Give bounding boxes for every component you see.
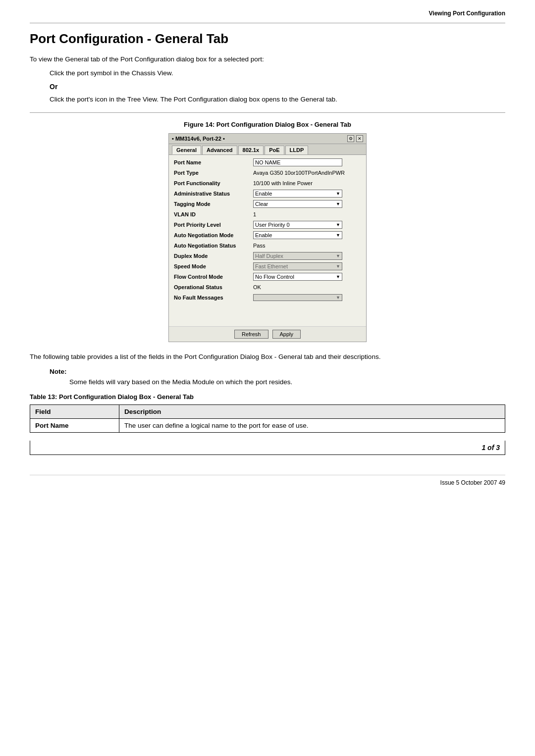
select-admin-status-value: Enable	[255, 191, 272, 197]
field-row-tagging-mode: Tagging Mode Clear ▼	[174, 200, 361, 208]
chevron-down-icon: ▼	[336, 191, 340, 196]
chevron-down-icon-4: ▼	[336, 233, 340, 238]
label-auto-neg-mode: Auto Negotiation Mode	[174, 232, 253, 238]
tab-advanced[interactable]: Advanced	[202, 146, 237, 154]
chevron-down-icon-2: ▼	[336, 202, 340, 206]
note-label: Note:	[50, 368, 505, 375]
tab-lldp[interactable]: LLDP	[285, 146, 309, 154]
section-rule	[30, 112, 505, 113]
chevron-down-icon-6: ▼	[336, 264, 340, 269]
label-duplex-mode: Duplex Mode	[174, 253, 253, 259]
field-row-speed-mode: Speed Mode Fast Ethernet ▼	[174, 262, 361, 271]
dialog-titlebar: • MM314v6, Port-22 • ⚙ ✕	[169, 134, 366, 144]
refresh-button[interactable]: Refresh	[234, 330, 268, 339]
label-operational-status: Operational Status	[174, 284, 253, 290]
dialog-wrapper: • MM314v6, Port-22 • ⚙ ✕ General Advance…	[30, 133, 505, 342]
page-header: Viewing Port Configuration	[30, 10, 505, 19]
value-operational-status: OK	[253, 284, 361, 290]
label-admin-status: Administrative Status	[174, 191, 253, 197]
select-tagging-mode-value: Clear	[255, 201, 268, 207]
select-flow-control-value: No Flow Control	[255, 274, 294, 280]
table-caption: Table 13: Port Configuration Dialog Box …	[30, 393, 505, 401]
col-header-description: Description	[119, 405, 505, 419]
field-row-port-functionality: Port Functionality 10/100 with Inline Po…	[174, 179, 361, 188]
indent-text-2: Click the port's icon in the Tree View. …	[50, 95, 505, 104]
tab-802-1x[interactable]: 802.1x	[238, 146, 264, 154]
label-port-type: Port Type	[174, 170, 253, 176]
close-icon[interactable]: ✕	[356, 135, 363, 142]
page-container: Viewing Port Configuration Port Configur…	[0, 0, 535, 756]
label-port-functionality: Port Functionality	[174, 180, 253, 186]
body-text-1: To view the General tab of the Port Conf…	[30, 54, 505, 64]
table-header-row: Field Description	[30, 405, 505, 419]
label-vlan-id: VLAN ID	[174, 211, 253, 217]
select-auto-neg-mode-value: Enable	[255, 232, 272, 238]
page-footer: Issue 5 October 2007 49	[30, 475, 505, 486]
gear-icon[interactable]: ⚙	[347, 135, 354, 142]
dialog-spacer	[174, 303, 361, 323]
apply-button[interactable]: Apply	[272, 330, 301, 339]
label-tagging-mode: Tagging Mode	[174, 201, 253, 207]
pagination-badge: 1 of 3	[30, 441, 505, 455]
field-row-no-fault: No Fault Messages ▼	[174, 293, 361, 302]
value-vlan-id: 1	[253, 211, 361, 217]
select-speed-mode-value: Fast Ethernet	[255, 263, 288, 269]
header-title: Viewing Port Configuration	[429, 10, 505, 17]
or-label: Or	[50, 83, 505, 91]
select-no-fault: ▼	[253, 294, 342, 301]
field-row-auto-neg-status: Auto Negotiation Status Pass	[174, 241, 361, 250]
dialog-icons: ⚙ ✕	[347, 135, 363, 142]
dialog-button-bar: Refresh Apply	[169, 326, 366, 342]
select-duplex-mode: Half Duplex ▼	[253, 252, 342, 260]
select-duplex-mode-value: Half Duplex	[255, 253, 283, 259]
figure-caption: Figure 14: Port Configuration Dialog Box…	[30, 121, 505, 128]
input-port-name[interactable]: NO NAME	[253, 158, 342, 166]
data-table: Field Description Port Name The user can…	[30, 404, 505, 433]
select-auto-neg-mode[interactable]: Enable ▼	[253, 231, 342, 239]
footer-text: Issue 5 October 2007 49	[440, 479, 505, 486]
select-port-priority-value: User Priority 0	[255, 222, 290, 228]
field-row-port-priority: Port Priority Level User Priority 0 ▼	[174, 220, 361, 229]
dialog-box: • MM314v6, Port-22 • ⚙ ✕ General Advance…	[168, 133, 367, 342]
label-speed-mode: Speed Mode	[174, 263, 253, 269]
top-rule	[30, 23, 505, 23]
col-header-field: Field	[30, 405, 119, 419]
field-row-port-type: Port Type Avaya G350 10or100TPortAndInPW…	[174, 168, 361, 177]
label-auto-neg-status: Auto Negotiation Status	[174, 243, 253, 249]
field-row-vlan-id: VLAN ID 1	[174, 210, 361, 219]
select-tagging-mode[interactable]: Clear ▼	[253, 200, 342, 208]
following-text: The following table provides a list of t…	[30, 352, 505, 362]
label-flow-control: Flow Control Mode	[174, 274, 253, 280]
label-port-priority: Port Priority Level	[174, 222, 253, 228]
field-row-port-name: Port Name NO NAME	[174, 158, 361, 167]
chevron-down-icon-3: ▼	[336, 222, 340, 227]
value-port-functionality: 10/100 with Inline Power	[253, 180, 361, 186]
chevron-down-icon-7: ▼	[336, 274, 340, 279]
select-port-priority[interactable]: User Priority 0 ▼	[253, 221, 342, 229]
value-port-type: Avaya G350 10or100TPortAndInPWR	[253, 170, 361, 176]
tab-poe[interactable]: PoE	[265, 146, 284, 154]
note-container: Note: Some fields will vary based on the…	[50, 368, 505, 387]
field-row-operational-status: Operational Status OK	[174, 283, 361, 292]
label-port-name: Port Name	[174, 159, 253, 165]
label-no-fault: No Fault Messages	[174, 295, 253, 301]
dialog-content: Port Name NO NAME Port Type Avaya G350 1…	[169, 155, 366, 326]
field-row-duplex-mode: Duplex Mode Half Duplex ▼	[174, 252, 361, 260]
note-text: Some fields will vary based on the Media…	[69, 377, 505, 387]
select-flow-control[interactable]: No Flow Control ▼	[253, 273, 342, 281]
table-cell-field: Port Name	[30, 419, 119, 433]
value-auto-neg-status: Pass	[253, 243, 361, 249]
tab-strip: General Advanced 802.1x PoE LLDP	[169, 144, 366, 155]
indent-text-1: Click the port symbol in the Chassis Vie…	[50, 68, 505, 78]
select-speed-mode: Fast Ethernet ▼	[253, 262, 342, 270]
table-row: Port Name The user can define a logical …	[30, 419, 505, 433]
table-cell-description: The user can define a logical name to th…	[119, 419, 505, 433]
chevron-down-icon-8: ▼	[336, 295, 340, 300]
select-admin-status[interactable]: Enable ▼	[253, 190, 342, 198]
page-title: Port Configuration - General Tab	[30, 31, 505, 47]
dialog-title: • MM314v6, Port-22 •	[172, 136, 225, 142]
tab-general[interactable]: General	[172, 146, 201, 154]
field-row-auto-neg-mode: Auto Negotiation Mode Enable ▼	[174, 231, 361, 240]
chevron-down-icon-5: ▼	[336, 253, 340, 258]
field-row-admin-status: Administrative Status Enable ▼	[174, 189, 361, 198]
